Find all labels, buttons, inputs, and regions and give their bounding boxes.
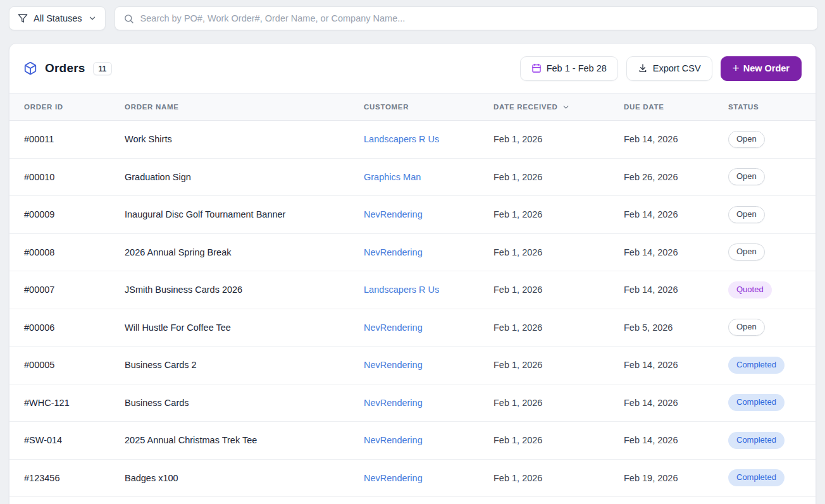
order-id-cell: #00009	[9, 196, 110, 234]
customer-link[interactable]: NevRendering	[364, 209, 423, 219]
table-row[interactable]: #123456 Badges x100 NevRendering Feb 1, …	[9, 459, 816, 497]
orders-count-badge: 11	[93, 62, 113, 75]
due-date-cell: Feb 14, 2026	[609, 121, 714, 159]
order-name-cell: Business Cards 2	[110, 347, 349, 384]
export-csv-label: Export CSV	[653, 63, 701, 73]
order-id-cell: #00007	[9, 271, 110, 309]
customer-cell: Landscapers R Us	[349, 121, 479, 159]
table-row[interactable]: #00005 Business Cards 2 NevRendering Feb…	[9, 347, 816, 384]
order-id-cell: #123456	[9, 459, 110, 497]
table-row[interactable]: #00006 Will Hustle For Coffee Tee NevRen…	[9, 309, 816, 347]
export-csv-button[interactable]: Export CSV	[626, 56, 712, 81]
date-received-cell: Feb 1, 2026	[479, 121, 609, 159]
table-header-row: Order ID Order Name Customer Date Receiv…	[9, 94, 816, 121]
customer-cell: NevRendering	[349, 384, 479, 422]
status-badge: Completed	[728, 357, 785, 374]
due-date-cell: Feb 14, 2026	[609, 233, 714, 271]
order-id-cell: #00008	[9, 233, 110, 271]
date-range-label: Feb 1 - Feb 28	[547, 63, 607, 73]
due-date-cell: Feb 14, 2026	[609, 384, 714, 422]
chevron-down-icon	[88, 14, 97, 23]
funnel-icon	[18, 13, 28, 23]
due-date-cell: Feb 5, 2026	[609, 309, 714, 347]
orders-title-group: Orders 11	[23, 61, 112, 75]
order-name-cell: Will Hustle For Coffee Tee	[110, 309, 349, 347]
status-filter-dropdown[interactable]: All Statuses	[9, 6, 106, 30]
customer-cell: NevRendering	[349, 459, 479, 497]
orders-card: Orders 11 Feb 1 - Feb 28 Export CSV + Ne…	[9, 43, 816, 504]
date-received-cell: Feb 1, 2026	[479, 233, 609, 271]
status-filter-label: All Statuses	[34, 13, 82, 23]
due-date-cell: Feb 19, 2026	[609, 459, 714, 497]
customer-cell: NevRendering	[349, 233, 479, 271]
table-row[interactable]: #00011 Work Shirts Landscapers R Us Feb …	[9, 121, 816, 159]
order-name-cell: JSmith Business Cards 2026	[110, 271, 349, 309]
customer-cell: Graphics Man	[349, 158, 479, 196]
order-id-cell: #00010	[9, 158, 110, 196]
order-name-cell: Graduation Sign	[110, 158, 349, 196]
status-cell: Open	[714, 196, 816, 234]
order-name-cell: 2026 Annual Spring Break	[110, 233, 349, 271]
table-row[interactable]: #SW-014 2025 Annual Christmas Trek Tee N…	[9, 422, 816, 460]
status-cell: Completed	[714, 347, 816, 384]
date-range-button[interactable]: Feb 1 - Feb 28	[520, 56, 618, 81]
order-id-cell: #00005	[9, 347, 110, 384]
download-icon	[638, 63, 648, 73]
column-header-order-name: Order Name	[110, 94, 349, 121]
column-header-customer: Customer	[349, 94, 479, 121]
customer-link[interactable]: NevRendering	[364, 360, 423, 370]
table-row[interactable]: #00009 Inaugural Disc Golf Tournament Ba…	[9, 196, 816, 234]
date-received-cell: Feb 1, 2026	[479, 271, 609, 309]
customer-cell: NevRendering	[349, 309, 479, 347]
column-header-order-id: Order ID	[9, 94, 110, 121]
customer-cell: Landscapers R Us	[349, 271, 479, 309]
customer-cell: NevRendering	[349, 347, 479, 384]
customer-link[interactable]: Landscapers R Us	[364, 134, 439, 144]
date-received-cell: Feb 1, 2026	[479, 196, 609, 234]
date-received-cell: Feb 1, 2026	[479, 158, 609, 196]
status-badge: Quoted	[728, 281, 772, 298]
order-id-cell: #00006	[9, 309, 110, 347]
due-date-cell: Feb 26, 2026	[609, 158, 714, 196]
status-cell: Completed	[714, 459, 816, 497]
customer-cell: NevRendering	[349, 422, 479, 460]
date-received-cell: Feb 1, 2026	[479, 459, 609, 497]
due-date-cell: Feb 14, 2026	[609, 422, 714, 460]
customer-link[interactable]: NevRendering	[364, 323, 423, 333]
status-badge: Completed	[728, 432, 785, 449]
search-input[interactable]	[140, 13, 809, 23]
customer-link[interactable]: Graphics Man	[364, 172, 421, 182]
column-header-date-received[interactable]: Date Received	[479, 94, 609, 121]
order-name-cell: Badges x100	[110, 459, 349, 497]
status-cell: Completed	[714, 384, 816, 422]
customer-cell: NevRendering	[349, 196, 479, 234]
customer-link[interactable]: NevRendering	[364, 247, 423, 257]
status-badge: Completed	[728, 469, 785, 486]
status-badge: Open	[728, 131, 765, 148]
date-received-cell: Feb 1, 2026	[479, 309, 609, 347]
status-badge: Completed	[728, 394, 785, 411]
header-actions: Feb 1 - Feb 28 Export CSV + New Order	[520, 56, 802, 81]
plus-icon: +	[733, 62, 740, 74]
table-row[interactable]: #00008 2026 Annual Spring Break NevRende…	[9, 233, 816, 271]
customer-link[interactable]: NevRendering	[364, 473, 423, 483]
table-row[interactable]: #00007 JSmith Business Cards 2026 Landsc…	[9, 271, 816, 309]
table-row[interactable]: #00010 Graduation Sign Graphics Man Feb …	[9, 158, 816, 196]
order-name-cell: Work Shirts	[110, 121, 349, 159]
customer-link[interactable]: NevRendering	[364, 398, 423, 408]
search-bar[interactable]	[115, 6, 818, 30]
order-id-cell: #SW-014	[9, 422, 110, 460]
status-badge: Open	[728, 168, 765, 185]
new-order-button[interactable]: + New Order	[721, 56, 802, 81]
orders-table-body: #00011 Work Shirts Landscapers R Us Feb …	[9, 121, 816, 497]
new-order-label: New Order	[743, 63, 790, 73]
status-badge: Open	[728, 206, 765, 223]
table-row[interactable]: #WHC-121 Business Cards NevRendering Feb…	[9, 384, 816, 422]
due-date-cell: Feb 14, 2026	[609, 196, 714, 234]
customer-link[interactable]: NevRendering	[364, 435, 423, 445]
sort-chevron-down-icon	[562, 103, 570, 111]
orders-card-header: Orders 11 Feb 1 - Feb 28 Export CSV + Ne…	[9, 44, 816, 93]
search-icon	[123, 13, 134, 24]
date-received-cell: Feb 1, 2026	[479, 347, 609, 384]
customer-link[interactable]: Landscapers R Us	[364, 285, 439, 295]
